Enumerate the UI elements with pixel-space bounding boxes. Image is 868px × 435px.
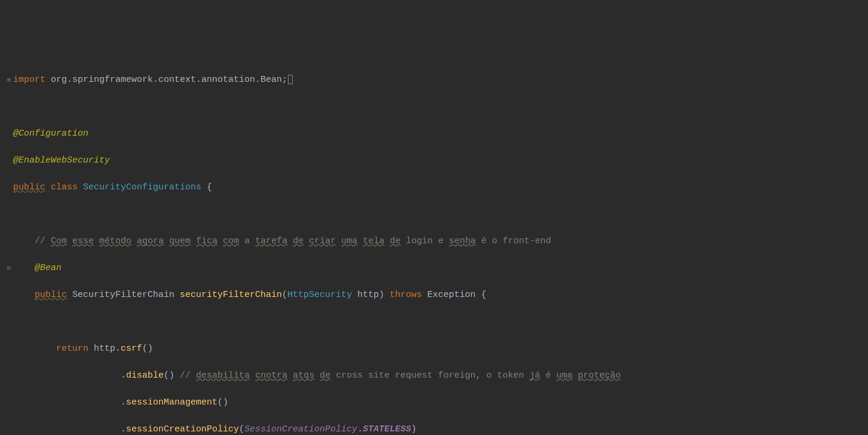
gutter — [5, 235, 13, 249]
code-line[interactable]: @Configuration — [5, 127, 868, 141]
code-line[interactable]: .sessionCreationPolicy(SessionCreationPo… — [5, 423, 868, 436]
keyword-throws: throws — [389, 290, 422, 300]
method-call: sessionCreationPolicy — [126, 424, 239, 434]
code-editor[interactable]: ⊕import org.springframework.context.anno… — [0, 54, 868, 435]
code-line[interactable]: .disable() // desabilita cnotra atqs de … — [5, 369, 868, 383]
comment-word: esse — [72, 236, 94, 246]
gutter — [5, 423, 13, 436]
code-line[interactable]: public class SecurityConfigurations { — [5, 181, 868, 195]
enum-type: SessionCreationPolicy — [244, 424, 357, 434]
param-type: HttpSecurity — [287, 290, 352, 300]
comment-word: quem — [169, 236, 191, 246]
code-line[interactable]: .sessionManagement() — [5, 396, 868, 410]
code-line[interactable]: ⊖ @Bean — [5, 262, 868, 275]
gutter — [5, 100, 13, 114]
comment-word: tela — [363, 236, 384, 246]
annotation: @EnableWebSecurity — [13, 155, 110, 166]
keyword-public: public — [35, 290, 67, 300]
comment-word: já — [529, 370, 540, 381]
gutter — [5, 396, 13, 410]
exception-type: Exception — [422, 290, 481, 300]
code-line[interactable]: @EnableWebSecurity — [5, 154, 868, 168]
comment-word: com — [223, 236, 239, 246]
class-name: SecurityConfigurations — [83, 182, 201, 192]
annotation: @Configuration — [13, 128, 88, 139]
code-line[interactable]: // Com esse método agora quem fica com a… — [5, 235, 868, 249]
comment-word: de — [320, 370, 330, 381]
comment-word: criar — [309, 236, 336, 246]
comment-word: senha — [449, 236, 476, 246]
comment: // — [180, 370, 196, 381]
gutter — [5, 127, 13, 141]
comment-word: método — [99, 236, 131, 246]
method-call: sessionManagement — [126, 397, 217, 408]
comment: // — [35, 236, 51, 246]
gutter — [5, 342, 13, 356]
gutter — [5, 181, 13, 195]
code-line[interactable] — [5, 315, 868, 329]
code-line[interactable] — [5, 100, 868, 114]
keyword-import: import — [13, 75, 45, 85]
comment-word: agora — [137, 236, 164, 246]
annotation: @Bean — [35, 263, 62, 273]
comment-word: proteção — [578, 370, 621, 381]
gutter — [5, 154, 13, 168]
return-type: SecurityFilterChain — [67, 290, 180, 300]
code-line[interactable] — [5, 208, 868, 222]
comment-word: desabilita — [196, 370, 250, 381]
method-name: securityFilterChain — [180, 290, 282, 300]
method-call: csrf — [121, 344, 142, 354]
comment-word: tarefa — [255, 236, 287, 246]
gutter — [5, 289, 13, 302]
comment-word: cnotra — [255, 370, 287, 381]
keyword-public: public — [13, 182, 45, 192]
comment-word: uma — [341, 236, 357, 246]
enum-constant: STATELESS — [363, 424, 411, 434]
param-name: http — [352, 290, 379, 300]
comment-word: Com — [51, 236, 67, 246]
gutter — [5, 369, 13, 383]
comment-word: atqs — [293, 370, 314, 381]
comment-word: de — [293, 236, 303, 246]
comment-word: uma — [556, 370, 572, 381]
cursor-icon — [288, 75, 293, 84]
keyword-return: return — [56, 344, 88, 354]
code-line[interactable]: ⊕import org.springframework.context.anno… — [5, 73, 868, 87]
keyword-class: class — [45, 182, 83, 192]
gutter-expand-icon[interactable]: ⊕ — [5, 73, 13, 87]
brace: { — [201, 182, 212, 192]
code-line[interactable]: return http.csrf() — [5, 342, 868, 356]
gutter-collapse-icon[interactable]: ⊖ — [5, 262, 13, 275]
method-call: disable — [126, 370, 164, 381]
import-path: org.springframework.context.annotation.B… — [45, 75, 287, 85]
comment-word: de — [389, 236, 400, 246]
comment-word: fica — [196, 236, 217, 246]
gutter — [5, 315, 13, 329]
gutter — [5, 208, 13, 222]
code-line[interactable]: public SecurityFilterChain securityFilte… — [5, 289, 868, 302]
